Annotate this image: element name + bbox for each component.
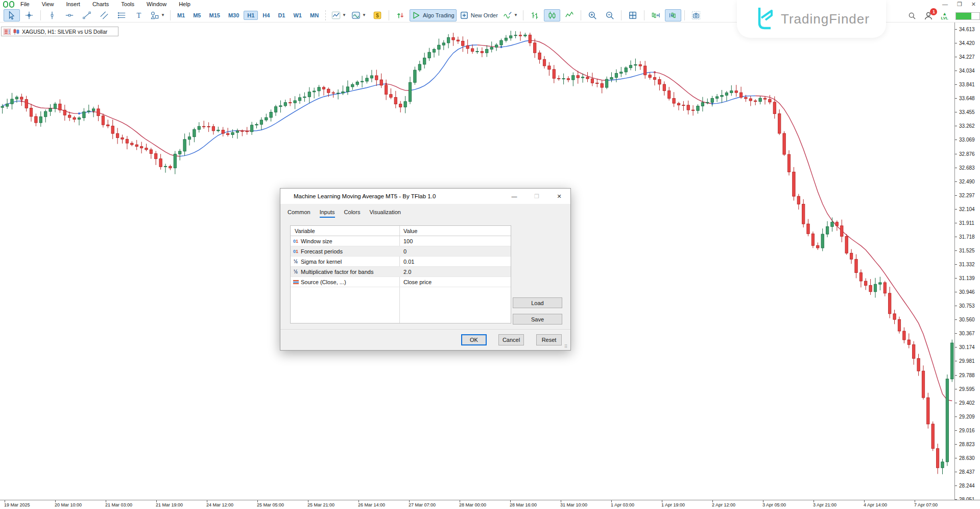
time-axis[interactable]: 19 Mar 202520 Mar 10:0021 Mar 03:0021 Ma… xyxy=(0,500,980,509)
level-indicator[interactable]: ▲ LVL xyxy=(941,12,948,20)
cursor-tool[interactable] xyxy=(4,9,20,21)
timeframe-m30[interactable]: M30 xyxy=(225,11,243,20)
price-tick xyxy=(955,112,957,112)
timeframe-m1[interactable]: M1 xyxy=(174,11,188,20)
menu-insert[interactable]: Insert xyxy=(60,1,86,7)
channel-tool[interactable] xyxy=(96,9,112,21)
toolbar-separator xyxy=(40,10,41,20)
menu-window[interactable]: Window xyxy=(140,1,173,7)
zoom-in-button[interactable] xyxy=(584,9,601,21)
tick-arrows-icon xyxy=(396,11,405,20)
reset-button[interactable]: Reset xyxy=(536,334,562,345)
price-tick xyxy=(955,264,957,265)
profile-avatar[interactable]: 1 xyxy=(923,11,934,21)
candlestick-chart-button[interactable] xyxy=(544,9,560,21)
shapes-tool[interactable]: ▼ xyxy=(148,9,167,21)
indicators-button[interactable]: ▼ xyxy=(349,9,368,21)
price-axis[interactable]: 34.61334.42034.22734.03433.84133.64833.4… xyxy=(954,22,980,500)
chart-symbol-tab[interactable]: XAGUSD, H1: SILVER vs US Dollar xyxy=(1,27,118,36)
chart-symbol-label: XAGUSD, H1: SILVER vs US Dollar xyxy=(22,29,107,35)
vertical-line-tool[interactable] xyxy=(44,9,60,21)
tile-windows-button[interactable] xyxy=(625,9,641,21)
menu-help[interactable]: Help xyxy=(173,1,197,7)
time-label: 27 Mar 07:00 xyxy=(409,502,436,507)
timeframe-w1[interactable]: W1 xyxy=(290,11,305,20)
price-label: 28.244 xyxy=(959,482,975,488)
close-button[interactable]: ✕ xyxy=(971,0,976,8)
auto-scroll-button[interactable] xyxy=(648,9,664,21)
price-tick xyxy=(955,333,957,334)
minimize-button[interactable]: — xyxy=(942,0,948,8)
timeframe-mn[interactable]: MN xyxy=(306,11,322,20)
variable-value[interactable]: 0.01 xyxy=(403,259,414,265)
timeframe-h4[interactable]: H4 xyxy=(259,11,273,20)
price-tick xyxy=(955,168,957,168)
cancel-button[interactable]: Cancel xyxy=(498,334,524,345)
variable-value[interactable]: 0 xyxy=(403,248,407,254)
timeframe-m15[interactable]: M15 xyxy=(205,11,223,20)
chart-shift-button[interactable] xyxy=(665,9,681,21)
toolbar-separator xyxy=(170,10,171,20)
timeframe-d1[interactable]: D1 xyxy=(274,11,289,20)
screenshot-button[interactable] xyxy=(688,9,704,21)
variable-value[interactable]: 2.0 xyxy=(403,269,411,275)
crosshair-tool[interactable] xyxy=(21,9,37,21)
chart-type-icon xyxy=(331,11,341,20)
tab-colors[interactable]: Colors xyxy=(344,209,361,218)
menu-charts[interactable]: Charts xyxy=(86,1,115,7)
new-order-button[interactable]: New Order xyxy=(458,9,500,21)
dialog-minimize-button[interactable]: — xyxy=(503,189,525,204)
tab-common[interactable]: Common xyxy=(288,209,310,218)
variable-name: Multiplicative factor for bands xyxy=(301,269,373,275)
indicators-icon xyxy=(351,11,361,20)
timeframe-m5[interactable]: M5 xyxy=(189,11,204,20)
price-tick xyxy=(955,98,957,99)
price-tick xyxy=(955,250,957,251)
trendline-tool[interactable] xyxy=(79,9,95,21)
currency-button[interactable]: $ xyxy=(369,9,386,21)
fibonacci-tool[interactable] xyxy=(113,9,130,21)
input-row-multiplicative-factor-for-bands[interactable]: ½Multiplicative factor for bands2.0 xyxy=(291,267,511,277)
price-tick xyxy=(955,306,957,306)
horizontal-line-tool[interactable] xyxy=(61,9,78,21)
line-chart-button[interactable] xyxy=(561,9,578,21)
price-label: 32.876 xyxy=(959,151,975,156)
variable-value[interactable]: 100 xyxy=(403,238,413,244)
algo-trading-button[interactable]: Algo Trading xyxy=(410,9,457,21)
tab-visualization[interactable]: Visualization xyxy=(369,209,401,218)
search-icon[interactable] xyxy=(908,12,916,20)
save-button[interactable]: Save xyxy=(513,314,562,325)
depth-of-market-button[interactable]: ▼ xyxy=(501,9,520,21)
input-row-window-size[interactable]: 01Window size100 xyxy=(291,236,511,246)
type-icon xyxy=(291,280,301,285)
menu-tools[interactable]: Tools xyxy=(115,1,140,7)
dialog-titlebar[interactable]: Machine Learning Moving Average MT5 - By… xyxy=(280,189,570,204)
menu-file[interactable]: File xyxy=(14,1,36,7)
toolbar-separator xyxy=(523,10,523,20)
load-button[interactable]: Load xyxy=(513,297,562,308)
chart-shift-icon xyxy=(668,11,678,20)
time-label: 2 Apr 12:00 xyxy=(712,502,735,507)
ok-button[interactable]: OK xyxy=(461,334,487,345)
type-icon: ½ xyxy=(291,259,301,264)
resize-grip[interactable]: ⠿ xyxy=(564,344,569,349)
variable-value[interactable]: Close price xyxy=(403,279,432,285)
dialog-close-icon[interactable]: ✕ xyxy=(548,189,570,204)
menu-view[interactable]: View xyxy=(36,1,60,7)
tab-inputs[interactable]: Inputs xyxy=(320,209,335,218)
timeframe-h1[interactable]: H1 xyxy=(244,11,258,20)
chart-type-button[interactable]: ▼ xyxy=(329,9,348,21)
time-label: 7 Apr 07:00 xyxy=(914,502,938,507)
bar-chart-button[interactable] xyxy=(527,9,543,21)
restore-button[interactable]: ❐ xyxy=(957,0,962,8)
tick-arrows-button[interactable] xyxy=(392,9,409,21)
price-label: 33.455 xyxy=(959,109,975,115)
text-tool[interactable]: T xyxy=(131,9,147,21)
input-row-sigma-for-kernel[interactable]: ½Sigma for kernel0.01 xyxy=(291,257,511,267)
zoom-out-button[interactable] xyxy=(602,9,618,21)
level-label: LVL xyxy=(941,16,948,20)
inputs-table[interactable]: VariableValue01Window size10001Forecast … xyxy=(290,225,511,323)
input-row-forecast-periods[interactable]: 01Forecast periods0 xyxy=(291,246,511,257)
input-row-source-close[interactable]: Source (Close, ...)Close price xyxy=(291,277,511,287)
price-tick xyxy=(955,375,957,376)
